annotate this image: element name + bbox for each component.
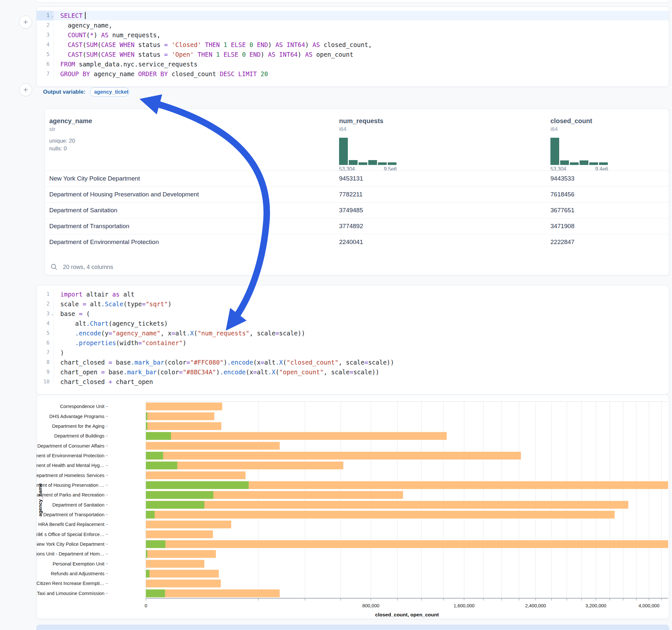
open-count-bar [146,452,163,460]
y-axis-label: Taxi and Limousine Commission [37,591,104,596]
table-row[interactable]: Department of Housing Preservation and D… [45,186,669,202]
row-column-count: 20 rows, 4 columns [63,264,113,271]
y-axis-label: Department of Health and Mental Hyg… [37,463,104,468]
line-number: 8 [37,358,53,367]
table-cell: Department of Transportation [49,223,129,230]
table-footer: 20 rows, 4 columns [51,264,113,271]
y-axis-label: Department of Buildings [54,433,104,438]
code-text: .properties(width="container") [53,338,669,348]
open-count-bar [146,422,147,430]
open-count-bar [146,432,171,440]
sql-cell-editor[interactable]: 1⌄SELECT2 agency_name,3 COUNT(*) AS num_… [36,6,669,87]
closed-count-bar [146,531,213,538]
closed-count-bar [146,452,521,460]
table-row[interactable]: Department of Sanitation37494853677651 [45,202,669,218]
add-cell-button[interactable]: + [19,16,32,28]
open-count-bar [146,589,165,597]
fold-caret-icon[interactable]: ⌄ [50,309,53,319]
line-number: 3⌄ [37,309,53,319]
column-stats: unique: 20nulls: 0 [49,137,92,153]
code-text: GROUP BY agency_name ORDER BY closed_cou… [53,69,669,79]
code-line[interactable]: 5 .encode(y="agency_name", x=alt.X("num_… [37,328,669,338]
y-axis-label: Senior Citizen Rent Increase Exempti… [37,581,104,586]
column-header[interactable]: num_requestsi6453,3049.5e6 [339,109,397,170]
code-line[interactable]: 7) [37,348,669,358]
closed-count-bar [146,432,447,440]
line-number: 4 [37,40,53,50]
open-count-bar [146,540,165,548]
code-line[interactable]: 4 CAST(SUM(CASE WHEN status = 'Closed' T… [37,40,669,50]
table-cell: New York City Police Department [49,175,140,182]
y-axis-label: Department of Housing Preservation … [37,483,104,488]
line-number: 3 [37,30,53,40]
code-text: CAST(SUM(CASE WHEN status = 'Closed' THE… [53,40,669,50]
code-line[interactable]: 6FROM sample_data.nyc.service_requests [37,59,669,69]
line-number: 1⌄ [37,11,53,20]
column-header[interactable]: agency_namestrunique: 20nulls: 0 [49,109,92,170]
column-header[interactable]: closed_counti6453,3049.4e6 [550,109,608,170]
closed-count-bar [146,550,216,558]
table-cell: 9453131 [339,175,363,182]
line-number: 1 [37,289,53,299]
add-cell-button[interactable]: + [19,83,32,96]
table-cell: 3774892 [339,223,363,230]
closed-count-bar [146,403,222,410]
line-number: 2 [37,20,53,30]
code-text: chart_closed + chart_open [53,377,669,387]
code-line[interactable]: 3⌄base = ( [37,309,669,319]
next-cell-edge[interactable] [36,625,669,630]
code-line[interactable]: 8chart_closed = base.mark_bar(color="#FF… [37,358,669,367]
table-cell: Department of Environmental Protection [49,239,159,246]
open-count-bar [146,570,149,578]
x-axis-title: closed_count, open_count [375,612,439,617]
table-row[interactable]: New York City Police Department945313194… [45,170,669,187]
column-name: closed_count [550,109,608,125]
y-axis-label: Department for the Aging [52,423,104,429]
closed-count-bar [146,442,280,450]
search-icon[interactable] [51,264,58,271]
altair-chart-output: Correspondence UnitDHS Advantage Program… [36,395,669,619]
code-text: ) [53,348,669,358]
y-axis-label: Personal Exemption Unit [52,561,104,566]
notebook-page: + + 1⌄SELECT2 agency_name,3 COUNT(*) AS … [0,0,672,630]
output-variable-pill[interactable]: agency_tickets [90,88,129,97]
column-name: num_requests [339,109,397,125]
code-text: chart_open = base.mark_bar(color="#8BC34… [53,367,669,377]
code-line[interactable]: 2 agency_name, [37,20,669,30]
column-type: i64 [339,125,397,132]
y-axis-label: New York City Police Department [37,541,104,547]
table-cell: 2222847 [550,239,574,246]
code-line[interactable]: 5 CAST(SUM(CASE WHEN status = 'Open' THE… [37,50,669,59]
code-line[interactable]: 3 COUNT(*) AS num_requests, [37,30,669,40]
open-count-bar [146,461,177,469]
closed-count-bar [146,471,245,479]
code-line[interactable]: 10chart_closed + chart_open [37,377,669,387]
table-row[interactable]: Department of Transportation377489234719… [45,218,669,234]
code-line[interactable]: 1import altair as alt [37,289,669,299]
closed-count-bar [146,413,214,420]
code-line[interactable]: 1⌄SELECT [37,11,669,20]
previous-cell-edge [36,0,669,3]
line-number: 4 [37,319,53,328]
code-line[interactable]: 6 .properties(width="container") [37,338,669,348]
gutter-divider [53,0,54,2]
column-type: i64 [550,125,608,132]
closed-count-bar [146,579,221,587]
line-number: 9 [37,367,53,377]
code-line[interactable]: 9chart_open = base.mark_bar(color="#8BC3… [37,367,669,377]
python-cell-editor[interactable]: 1import altair as alt2scale = alt.Scale(… [36,285,669,395]
y-axis-label: Department of Parks and Recreation [37,492,104,498]
closed-count-bar [146,589,280,597]
code-line[interactable]: 4 alt.Chart(agency_tickets) [37,319,669,328]
code-text: base = ( [53,309,669,319]
y-axis-label: DHS Advantage Programs [49,414,104,419]
table-row[interactable]: Department of Environmental Protection22… [45,234,669,250]
y-axis-label: HRA Benefit Card Replacement [38,522,104,527]
x-axis-tick-label: 3,200,000 [585,603,606,608]
y-axis-label: Department of Homeless Services [37,473,104,478]
line-number: 2 [37,299,53,309]
code-line[interactable]: 2scale = alt.Scale(type="sqrt") [37,299,669,309]
code-line[interactable]: 7GROUP BY agency_name ORDER BY closed_co… [37,69,669,79]
fold-caret-icon[interactable]: ⌄ [50,11,53,20]
table-cell: 3471908 [550,223,574,230]
